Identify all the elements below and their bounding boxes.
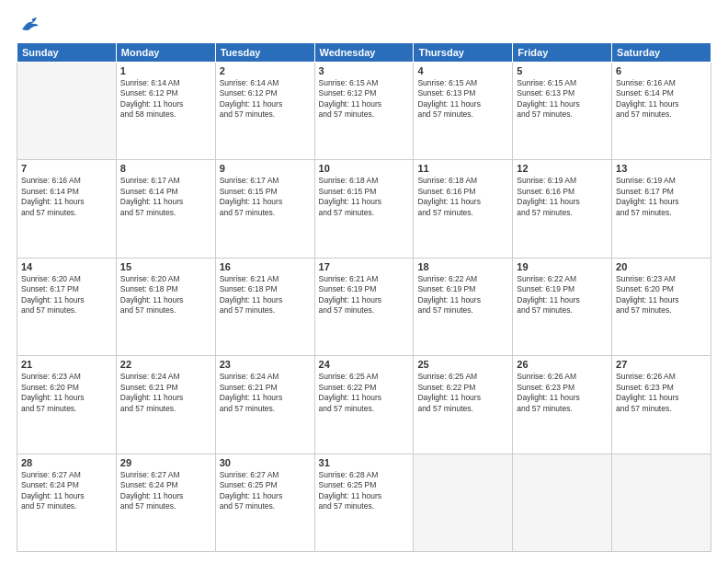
day-number: 13 [616,163,707,174]
calendar-table: SundayMondayTuesdayWednesdayThursdayFrid… [17,42,711,552]
day-info: Sunrise: 6:16 AM Sunset: 6:14 PM Dayligh… [616,78,707,121]
week-row-3: 14Sunrise: 6:20 AM Sunset: 6:17 PM Dayli… [17,258,711,355]
day-info: Sunrise: 6:24 AM Sunset: 6:21 PM Dayligh… [120,372,211,414]
calendar-cell: 23Sunrise: 6:24 AM Sunset: 6:21 PM Dayli… [215,356,314,454]
weekday-header-sunday: Sunday [17,43,117,63]
calendar-cell: 17Sunrise: 6:21 AM Sunset: 6:19 PM Dayli… [314,258,414,355]
calendar-cell: 3Sunrise: 6:15 AM Sunset: 6:12 PM Daylig… [314,63,414,160]
day-info: Sunrise: 6:22 AM Sunset: 6:19 PM Dayligh… [517,274,608,316]
day-number: 19 [517,261,608,272]
day-info: Sunrise: 6:18 AM Sunset: 6:16 PM Dayligh… [417,176,508,218]
weekday-header-friday: Friday [513,43,612,63]
calendar-cell: 5Sunrise: 6:15 AM Sunset: 6:13 PM Daylig… [513,63,612,160]
day-number: 30 [220,457,311,468]
weekday-header-tuesday: Tuesday [215,43,314,63]
day-number: 4 [417,65,508,76]
calendar-cell: 29Sunrise: 6:27 AM Sunset: 6:24 PM Dayli… [116,454,215,551]
day-info: Sunrise: 6:25 AM Sunset: 6:22 PM Dayligh… [319,372,410,414]
calendar-cell: 19Sunrise: 6:22 AM Sunset: 6:19 PM Dayli… [513,258,612,355]
weekday-header-monday: Monday [116,43,215,63]
day-info: Sunrise: 6:26 AM Sunset: 6:23 PM Dayligh… [517,372,608,414]
calendar-cell: 13Sunrise: 6:19 AM Sunset: 6:17 PM Dayli… [612,160,711,258]
week-row-4: 21Sunrise: 6:23 AM Sunset: 6:20 PM Dayli… [17,356,711,454]
day-number: 17 [319,261,410,272]
calendar-cell: 1Sunrise: 6:14 AM Sunset: 6:12 PM Daylig… [116,63,215,160]
week-row-5: 28Sunrise: 6:27 AM Sunset: 6:24 PM Dayli… [17,454,711,551]
day-info: Sunrise: 6:15 AM Sunset: 6:13 PM Dayligh… [517,78,608,121]
day-number: 22 [120,359,211,370]
weekday-header-wednesday: Wednesday [314,43,414,63]
day-number: 8 [120,163,211,174]
calendar-cell: 18Sunrise: 6:22 AM Sunset: 6:19 PM Dayli… [414,258,513,355]
day-info: Sunrise: 6:25 AM Sunset: 6:22 PM Dayligh… [417,372,508,414]
calendar-cell: 14Sunrise: 6:20 AM Sunset: 6:17 PM Dayli… [17,258,117,355]
day-number: 3 [319,65,410,76]
weekday-header-saturday: Saturday [612,43,711,63]
day-number: 7 [21,163,112,174]
calendar-cell: 24Sunrise: 6:25 AM Sunset: 6:22 PM Dayli… [314,356,414,454]
day-info: Sunrise: 6:27 AM Sunset: 6:24 PM Dayligh… [120,470,211,512]
day-info: Sunrise: 6:20 AM Sunset: 6:17 PM Dayligh… [21,274,112,316]
day-info: Sunrise: 6:27 AM Sunset: 6:24 PM Dayligh… [21,470,112,512]
day-info: Sunrise: 6:18 AM Sunset: 6:15 PM Dayligh… [319,176,410,218]
calendar-cell: 21Sunrise: 6:23 AM Sunset: 6:20 PM Dayli… [17,356,117,454]
day-number: 18 [417,261,508,272]
calendar-cell [17,63,117,160]
day-number: 24 [319,359,410,370]
calendar-cell [414,454,513,551]
calendar-cell: 22Sunrise: 6:24 AM Sunset: 6:21 PM Dayli… [116,356,215,454]
day-number: 1 [120,65,211,76]
day-number: 12 [517,163,608,174]
day-info: Sunrise: 6:27 AM Sunset: 6:25 PM Dayligh… [220,470,311,512]
weekday-header-row: SundayMondayTuesdayWednesdayThursdayFrid… [17,43,711,63]
day-info: Sunrise: 6:26 AM Sunset: 6:23 PM Dayligh… [616,372,707,414]
day-number: 2 [220,65,311,76]
calendar-cell: 26Sunrise: 6:26 AM Sunset: 6:23 PM Dayli… [513,356,612,454]
day-info: Sunrise: 6:23 AM Sunset: 6:20 PM Dayligh… [21,372,112,414]
calendar-cell: 4Sunrise: 6:15 AM Sunset: 6:13 PM Daylig… [414,63,513,160]
calendar-cell: 30Sunrise: 6:27 AM Sunset: 6:25 PM Dayli… [215,454,314,551]
calendar-cell: 16Sunrise: 6:21 AM Sunset: 6:18 PM Dayli… [215,258,314,355]
day-number: 9 [220,163,311,174]
day-number: 23 [220,359,311,370]
calendar-cell: 6Sunrise: 6:16 AM Sunset: 6:14 PM Daylig… [612,63,711,160]
day-info: Sunrise: 6:15 AM Sunset: 6:13 PM Dayligh… [417,78,508,121]
day-info: Sunrise: 6:19 AM Sunset: 6:17 PM Dayligh… [616,176,707,218]
day-info: Sunrise: 6:17 AM Sunset: 6:15 PM Dayligh… [220,176,311,218]
day-number: 31 [319,457,410,468]
day-info: Sunrise: 6:15 AM Sunset: 6:12 PM Dayligh… [319,78,410,121]
day-number: 20 [616,261,707,272]
header [17,17,711,33]
day-number: 28 [21,457,112,468]
calendar-cell: 27Sunrise: 6:26 AM Sunset: 6:23 PM Dayli… [612,356,711,454]
calendar-cell: 28Sunrise: 6:27 AM Sunset: 6:24 PM Dayli… [17,454,117,551]
day-info: Sunrise: 6:14 AM Sunset: 6:12 PM Dayligh… [120,78,211,121]
day-info: Sunrise: 6:14 AM Sunset: 6:12 PM Dayligh… [220,78,311,121]
day-number: 5 [517,65,608,76]
calendar-cell: 9Sunrise: 6:17 AM Sunset: 6:15 PM Daylig… [215,160,314,258]
day-number: 16 [220,261,311,272]
calendar-cell: 11Sunrise: 6:18 AM Sunset: 6:16 PM Dayli… [414,160,513,258]
day-info: Sunrise: 6:23 AM Sunset: 6:20 PM Dayligh… [616,274,707,316]
calendar-cell: 10Sunrise: 6:18 AM Sunset: 6:15 PM Dayli… [314,160,414,258]
week-row-2: 7Sunrise: 6:16 AM Sunset: 6:14 PM Daylig… [17,160,711,258]
page: SundayMondayTuesdayWednesdayThursdayFrid… [0,0,728,563]
weekday-header-thursday: Thursday [414,43,513,63]
calendar-cell [612,454,711,551]
day-number: 21 [21,359,112,370]
calendar-cell: 7Sunrise: 6:16 AM Sunset: 6:14 PM Daylig… [17,160,117,258]
day-number: 11 [417,163,508,174]
calendar-cell: 31Sunrise: 6:28 AM Sunset: 6:25 PM Dayli… [314,454,414,551]
day-number: 27 [616,359,707,370]
day-info: Sunrise: 6:24 AM Sunset: 6:21 PM Dayligh… [220,372,311,414]
day-info: Sunrise: 6:19 AM Sunset: 6:16 PM Dayligh… [517,176,608,218]
day-number: 14 [21,261,112,272]
calendar-cell: 15Sunrise: 6:20 AM Sunset: 6:18 PM Dayli… [116,258,215,355]
day-number: 10 [319,163,410,174]
day-info: Sunrise: 6:21 AM Sunset: 6:19 PM Dayligh… [319,274,410,316]
logo-bird-icon [20,17,40,33]
calendar-cell [513,454,612,551]
day-info: Sunrise: 6:28 AM Sunset: 6:25 PM Dayligh… [319,470,410,512]
day-number: 15 [120,261,211,272]
calendar-cell: 2Sunrise: 6:14 AM Sunset: 6:12 PM Daylig… [215,63,314,160]
